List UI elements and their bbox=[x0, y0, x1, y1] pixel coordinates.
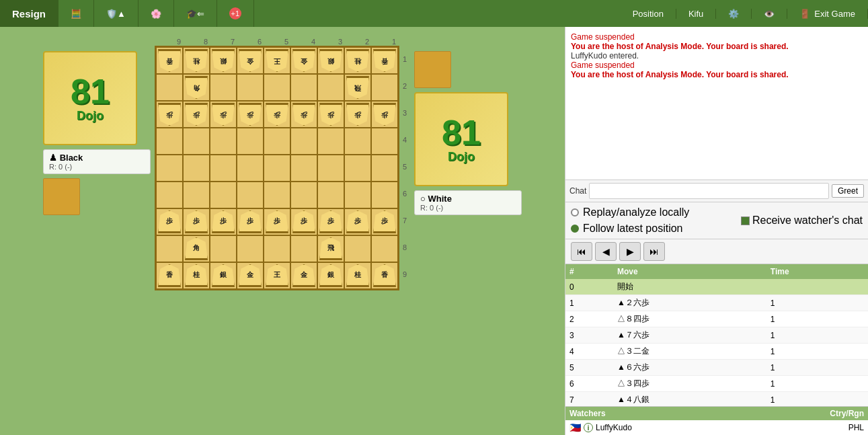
cell[interactable] bbox=[290, 235, 317, 262]
first-button[interactable]: ⏮ bbox=[571, 242, 592, 261]
cell[interactable] bbox=[237, 74, 264, 101]
cell[interactable] bbox=[210, 74, 237, 101]
cell[interactable] bbox=[371, 155, 398, 182]
cell[interactable]: 銀 bbox=[210, 47, 237, 74]
cell[interactable]: 歩 bbox=[210, 208, 237, 235]
piece[interactable]: 銀 bbox=[212, 49, 235, 72]
move-row[interactable]: 4△３二金1 bbox=[565, 344, 868, 360]
plus-button[interactable]: +1 bbox=[217, 0, 254, 27]
cell[interactable]: 金 bbox=[237, 262, 264, 289]
cell[interactable] bbox=[156, 182, 183, 208]
piece[interactable]: 金 bbox=[239, 264, 262, 287]
move-row[interactable]: 2△８四歩1 bbox=[565, 311, 868, 327]
receive-checkbox-sq[interactable] bbox=[741, 216, 750, 225]
piece[interactable]: 歩 bbox=[185, 103, 208, 126]
cell[interactable] bbox=[317, 182, 344, 208]
cell[interactable]: 歩 bbox=[344, 101, 371, 128]
piece[interactable]: 銀 bbox=[319, 49, 342, 72]
cell[interactable] bbox=[290, 128, 317, 155]
greet-button[interactable]: Greet bbox=[832, 184, 864, 198]
cell[interactable] bbox=[156, 155, 183, 182]
piece[interactable]: 歩 bbox=[266, 210, 288, 233]
piece[interactable]: 歩 bbox=[292, 210, 315, 233]
prev-button[interactable]: ◀ bbox=[595, 242, 617, 261]
cell[interactable]: 桂 bbox=[183, 262, 210, 289]
cell[interactable]: 角 bbox=[183, 74, 210, 101]
cell[interactable]: 銀 bbox=[317, 262, 344, 289]
cell[interactable] bbox=[344, 235, 371, 262]
piece[interactable]: 歩 bbox=[319, 210, 342, 233]
piece[interactable]: 金 bbox=[292, 49, 315, 72]
cell[interactable] bbox=[317, 155, 344, 182]
piece[interactable]: 歩 bbox=[346, 103, 369, 126]
cell[interactable]: 金 bbox=[237, 47, 264, 74]
cell[interactable] bbox=[210, 182, 237, 208]
cell[interactable]: 歩 bbox=[237, 208, 264, 235]
cell[interactable] bbox=[344, 182, 371, 208]
cell[interactable]: 歩 bbox=[371, 208, 398, 235]
piece[interactable]: 銀 bbox=[212, 264, 235, 287]
cell[interactable]: 歩 bbox=[156, 101, 183, 128]
cell[interactable] bbox=[264, 235, 290, 262]
piece[interactable]: 王 bbox=[266, 49, 288, 72]
cell[interactable]: 香 bbox=[371, 262, 398, 289]
piece[interactable]: 歩 bbox=[185, 210, 208, 233]
piece[interactable]: 桂 bbox=[346, 49, 369, 72]
piece[interactable]: 角 bbox=[185, 76, 208, 99]
cell[interactable]: 金 bbox=[290, 47, 317, 74]
piece[interactable]: 歩 bbox=[212, 103, 235, 126]
cell[interactable] bbox=[371, 74, 398, 101]
move-row[interactable]: 1▲２六歩1 bbox=[565, 295, 868, 311]
last-button[interactable]: ⏭ bbox=[643, 242, 665, 261]
cell[interactable] bbox=[264, 74, 290, 101]
cell[interactable] bbox=[156, 74, 183, 101]
cell[interactable] bbox=[156, 128, 183, 155]
flower-button[interactable]: 🌸 bbox=[139, 0, 174, 27]
cell[interactable]: 桂 bbox=[183, 47, 210, 74]
cell[interactable] bbox=[290, 74, 317, 101]
piece[interactable]: 歩 bbox=[212, 210, 235, 233]
piece[interactable]: 歩 bbox=[373, 103, 396, 126]
piece[interactable]: 歩 bbox=[266, 103, 288, 126]
cell[interactable]: 香 bbox=[371, 47, 398, 74]
cell[interactable] bbox=[317, 128, 344, 155]
piece[interactable]: 桂 bbox=[185, 49, 208, 72]
move-row[interactable]: 3▲７六歩1 bbox=[565, 327, 868, 344]
cell[interactable]: 歩 bbox=[317, 208, 344, 235]
cell[interactable] bbox=[210, 235, 237, 262]
settings-button[interactable]: ⚙️ bbox=[716, 9, 752, 19]
cell[interactable]: 王 bbox=[264, 262, 290, 289]
follow-option[interactable]: Follow latest position bbox=[571, 223, 689, 235]
cell[interactable]: 歩 bbox=[317, 101, 344, 128]
cell[interactable] bbox=[264, 155, 290, 182]
cell[interactable] bbox=[183, 182, 210, 208]
cell[interactable]: 歩 bbox=[264, 208, 290, 235]
piece[interactable]: 歩 bbox=[239, 210, 262, 233]
replay-radio[interactable] bbox=[571, 208, 579, 216]
piece[interactable]: 香 bbox=[158, 49, 181, 72]
cell[interactable]: 桂 bbox=[344, 47, 371, 74]
move-row[interactable]: 0開始 bbox=[565, 279, 868, 295]
cell[interactable] bbox=[290, 182, 317, 208]
piece[interactable]: 銀 bbox=[319, 264, 342, 287]
cell[interactable]: 歩 bbox=[183, 208, 210, 235]
piece[interactable]: 歩 bbox=[158, 103, 181, 126]
resign-button[interactable]: Resign bbox=[0, 0, 58, 27]
cell[interactable]: 歩 bbox=[210, 101, 237, 128]
piece[interactable]: 桂 bbox=[185, 264, 208, 287]
piece[interactable]: 桂 bbox=[346, 264, 369, 287]
piece[interactable]: 飛 bbox=[346, 76, 369, 99]
position-button[interactable]: Position bbox=[621, 9, 676, 19]
cell[interactable] bbox=[237, 155, 264, 182]
cell[interactable] bbox=[210, 128, 237, 155]
piece[interactable]: 王 bbox=[266, 264, 288, 287]
cell[interactable]: 歩 bbox=[237, 101, 264, 128]
cell[interactable]: 歩 bbox=[264, 101, 290, 128]
calculator-button[interactable]: 🧮 bbox=[58, 0, 94, 27]
piece[interactable]: 歩 bbox=[292, 103, 315, 126]
cell[interactable] bbox=[237, 128, 264, 155]
piece[interactable]: 歩 bbox=[319, 103, 342, 126]
piece[interactable]: 香 bbox=[373, 49, 396, 72]
move-row[interactable]: 7▲４八銀1 bbox=[565, 392, 868, 407]
cell[interactable]: 角 bbox=[183, 235, 210, 262]
